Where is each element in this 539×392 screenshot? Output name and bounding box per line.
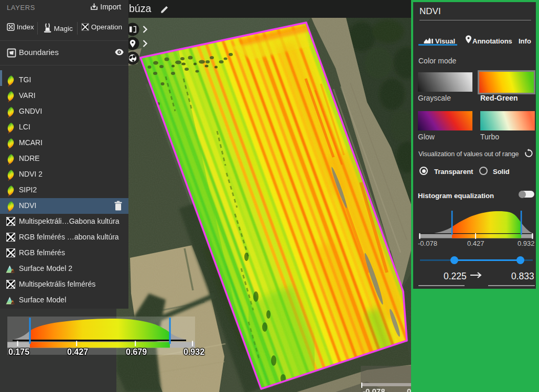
svg-text:-0.078: -0.078 [418,239,437,247]
svg-text:0.427: 0.427 [467,239,484,247]
svg-text:0.932: 0.932 [518,239,535,247]
